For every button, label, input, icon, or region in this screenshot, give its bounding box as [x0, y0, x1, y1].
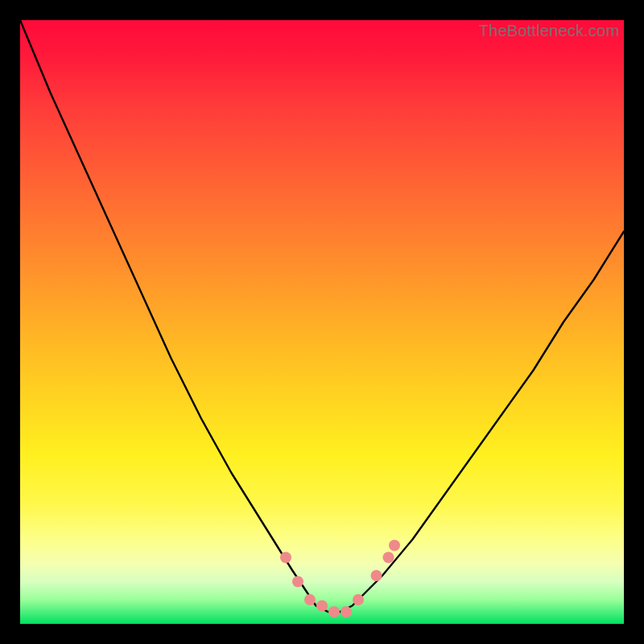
curve-marker	[292, 576, 303, 588]
curve-marker	[341, 606, 352, 617]
curve-marker	[389, 540, 400, 551]
curve-marker	[280, 552, 291, 564]
curve-marker	[383, 552, 394, 564]
curve-marker	[371, 570, 382, 581]
chart-frame: TheBottleneck.com	[0, 0, 644, 644]
curve-path	[20, 20, 624, 612]
curve-marker	[316, 601, 328, 612]
curve-marker	[328, 606, 340, 617]
curve-marker	[304, 594, 316, 605]
bottleneck-curve	[20, 20, 624, 624]
curve-marker	[353, 594, 364, 605]
plot-area: TheBottleneck.com	[20, 20, 624, 624]
